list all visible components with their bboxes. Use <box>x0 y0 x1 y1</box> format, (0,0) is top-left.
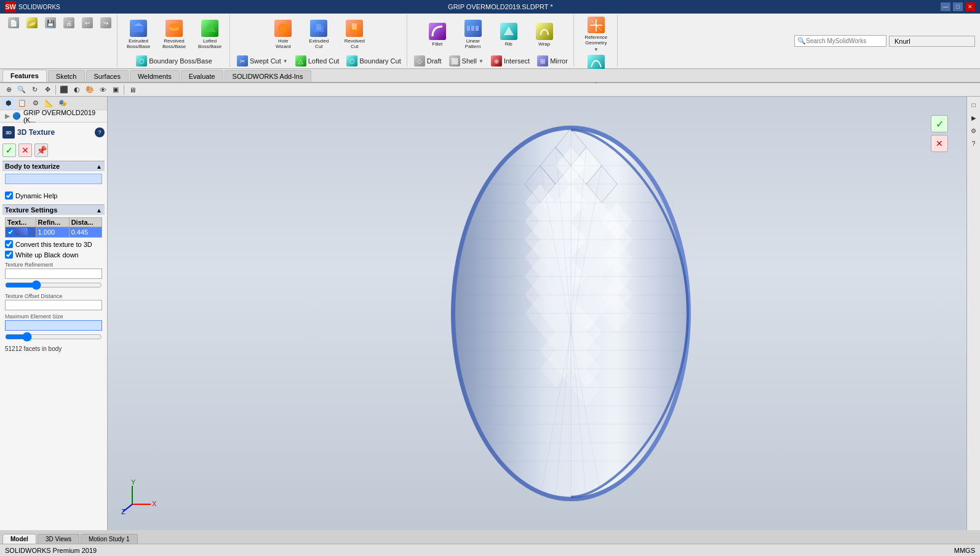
rib-label: Rib <box>505 41 512 47</box>
swept-cut-button[interactable]: ✂ Swept Cut ▼ <box>234 54 291 68</box>
boundary-cut-button[interactable]: ⬡ Boundary Cut <box>343 54 404 68</box>
dimxpert-tab-button[interactable]: 📐 <box>43 98 55 109</box>
cancel-button[interactable]: ✕ <box>18 143 32 157</box>
redo-button[interactable]: ↪ <box>97 16 114 30</box>
viewport[interactable]: X Y Z ✓ ✕ <box>108 97 966 530</box>
svg-marker-16 <box>504 26 514 35</box>
rib-button[interactable]: Rib <box>492 16 526 53</box>
texture-checkbox[interactable] <box>7 229 14 235</box>
dynamic-help-checkbox[interactable] <box>5 191 13 199</box>
config-tab-button[interactable]: ⚙ <box>30 98 42 109</box>
shell-button[interactable]: ⬜ Shell ▼ <box>446 54 487 68</box>
search-input[interactable] <box>806 38 884 44</box>
max-element-slider-row <box>5 332 102 342</box>
help-button[interactable]: ? <box>95 127 105 137</box>
extrude-group: ExtrudedBoss/Base RevolvedBoss/Base Loft… <box>119 15 230 67</box>
hide-show-button[interactable]: 👁 <box>97 84 109 95</box>
save-button[interactable]: 💾 <box>42 16 59 30</box>
fillet-button[interactable]: Fillet <box>420 16 455 53</box>
texture-refinement-slider[interactable] <box>5 280 102 290</box>
appearance-button[interactable]: 🎨 <box>84 84 96 95</box>
propertymanager-tab-button[interactable]: 📋 <box>16 98 28 109</box>
feature-icon: 🔵 <box>12 112 21 120</box>
lofted-cut-button[interactable]: △ Lofted Cut <box>292 54 343 68</box>
shell-icon: ⬜ <box>449 55 460 66</box>
intersect-button[interactable]: ⊕ Intersect <box>488 54 533 68</box>
display-tab-button[interactable]: 🎭 <box>57 98 69 109</box>
boundary-boss-icon: ⬡ <box>136 55 147 66</box>
minimize-button[interactable]: — <box>941 2 950 11</box>
body-section-header[interactable]: Body to texturize ▲ <box>2 161 105 171</box>
float-cancel-button[interactable]: ✕ <box>931 135 948 152</box>
tab-weldments[interactable]: Weldments <box>130 70 180 82</box>
float-accept-button[interactable]: ✓ <box>931 115 948 132</box>
revolved-boss-button[interactable]: RevolvedBoss/Base <box>157 16 191 53</box>
pan-button[interactable]: ✥ <box>41 84 54 95</box>
texture-refinement-input[interactable] <box>5 268 102 279</box>
rotate-button[interactable]: ↻ <box>28 84 41 95</box>
intersect-label: Intersect <box>504 57 530 65</box>
tab-features[interactable]: Features <box>2 70 47 82</box>
boundary-boss-button[interactable]: ⬡ Boundary Boss/Base <box>133 54 215 68</box>
texture-section-header[interactable]: Texture Settings ▲ <box>2 204 105 215</box>
right-help-button[interactable]: ? <box>968 138 979 149</box>
linear-pattern-button[interactable]: LinearPattern <box>456 16 490 53</box>
mirror-button[interactable]: ⊞ Mirror <box>534 54 571 68</box>
display-style-button[interactable]: ⬛ <box>58 84 70 95</box>
tab-evaluate[interactable]: Evaluate <box>181 70 223 82</box>
texture-refinement-slider-row <box>5 280 102 290</box>
lofted-boss-label: LoftedBoss/Base <box>198 38 221 49</box>
wrap-label: Wrap <box>538 41 550 47</box>
right-collapse-button[interactable]: ▶ <box>968 112 979 123</box>
monitor-button[interactable]: 🖥 <box>126 84 138 95</box>
extruded-cut-button[interactable]: ExtrudedCut <box>301 16 336 53</box>
max-element-slider[interactable] <box>5 332 102 342</box>
zoom-area-button[interactable]: 🔍 <box>15 84 28 95</box>
wrap-button[interactable]: Wrap <box>527 16 562 53</box>
bottom-area: Model 3D Views Motion Study 1 SOLIDWORKS… <box>0 530 980 556</box>
distance-cell[interactable]: 0.445 <box>69 227 102 238</box>
tab-addins[interactable]: SOLIDWORKS Add-Ins <box>225 70 311 82</box>
svg-marker-6 <box>204 23 216 32</box>
main-area: ⬢ 📋 ⚙ 📐 🎭 ▶ 🔵 GRIP OVERMOLD2019 (K... 3D… <box>0 97 980 530</box>
texture-offset-input[interactable] <box>5 300 102 310</box>
texture-pattern <box>454 129 688 498</box>
tab-sketch[interactable]: Sketch <box>48 70 85 82</box>
tab-surfaces[interactable]: Surfaces <box>86 70 129 82</box>
new-button[interactable]: 📄 <box>5 16 22 30</box>
feature-tab-button[interactable]: ⬢ <box>2 98 15 109</box>
convert-texture-checkbox[interactable] <box>5 240 13 248</box>
lofted-boss-button[interactable]: LoftedBoss/Base <box>193 16 227 53</box>
print-button[interactable]: 🖨 <box>60 16 78 30</box>
close-button[interactable]: ✕ <box>965 2 975 11</box>
maximize-button[interactable]: □ <box>953 2 963 11</box>
knurl-box: Knurl <box>889 36 975 47</box>
hole-wizard-button[interactable]: HoleWizard <box>266 16 300 53</box>
tab-model[interactable]: Model <box>2 534 36 544</box>
open-button[interactable]: 📂 <box>23 16 41 30</box>
lofted-cut-label: Lofted Cut <box>308 57 340 65</box>
zoom-to-fit-button[interactable]: ⊕ <box>2 84 15 95</box>
extruded-boss-button[interactable]: ExtrudedBoss/Base <box>121 16 156 53</box>
max-element-section: Maximum Element Size 0.84895181mm <box>5 313 102 342</box>
texture-cell[interactable] <box>6 227 36 238</box>
pin-button[interactable]: 📌 <box>34 143 48 157</box>
max-element-input[interactable]: 0.84895181mm <box>5 320 102 331</box>
white-up-checkbox[interactable] <box>5 251 13 259</box>
revolved-cut-button[interactable]: RevolvedCut <box>337 16 372 53</box>
right-expand-button[interactable]: □ <box>968 99 979 110</box>
body-input[interactable]: Thicken1 <box>5 174 102 184</box>
undo-button[interactable]: ↩ <box>79 16 96 30</box>
right-settings-button[interactable]: ⚙ <box>968 125 979 136</box>
view-orientation-button[interactable]: ◐ <box>71 84 83 95</box>
section-view-button[interactable]: ▣ <box>110 84 122 95</box>
texture-offset-label: Texture Offset Distance <box>5 292 102 300</box>
draft-button[interactable]: ◇ Draft <box>411 54 445 68</box>
shell-arrow: ▼ <box>479 58 484 64</box>
svg-rect-2 <box>133 26 143 32</box>
refine-cell[interactable]: 1.000 <box>36 227 69 238</box>
reference-geometry-button[interactable]: ReferenceGeometry ▼ <box>579 16 613 53</box>
tab-motion-study[interactable]: Motion Study 1 <box>81 534 138 544</box>
accept-button[interactable]: ✓ <box>2 143 16 157</box>
tab-3dviews[interactable]: 3D Views <box>38 534 79 544</box>
